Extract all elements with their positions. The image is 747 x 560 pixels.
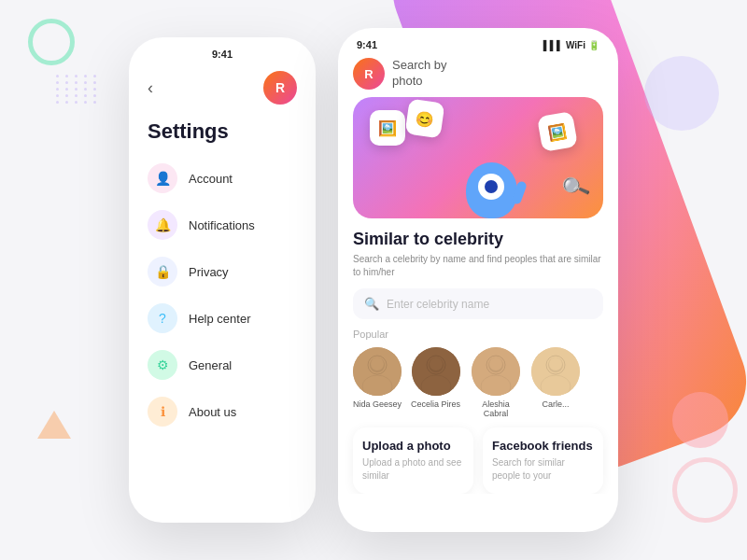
back-button[interactable]: ‹ — [148, 78, 153, 98]
popular-person[interactable]: Cecelia Pires — [411, 347, 460, 418]
popular-person[interactable]: Aleshia Cabral — [470, 347, 522, 418]
settings-item-privacy[interactable]: 🔒 Privacy — [140, 248, 304, 295]
svg-point-4 — [371, 357, 384, 371]
bottom-card-title-0: Upload a photo — [362, 439, 464, 453]
settings-icon-account: 👤 — [148, 163, 177, 193]
hero-area: 🖼️ 😊 🖼️ 🔍 — [353, 97, 603, 218]
bottom-card-text-0: Upload a photo and see similar — [362, 456, 464, 483]
settings-item-about[interactable]: ℹ About us — [140, 388, 304, 435]
settings-item-help[interactable]: ? Help center — [140, 295, 304, 342]
settings-icon-help: ? — [148, 303, 177, 333]
monster-pupil — [485, 180, 498, 193]
bottom-cards: Upload a photo Upload a photo and see si… — [353, 427, 603, 494]
main-avatar[interactable]: R — [353, 58, 385, 90]
svg-point-7 — [421, 375, 451, 396]
popular-avatar — [412, 347, 460, 396]
photo-card-2: 😊 — [405, 99, 445, 139]
svg-point-19 — [549, 357, 562, 371]
settings-label-privacy: Privacy — [189, 265, 229, 279]
svg-point-9 — [430, 357, 443, 371]
settings-label-notifications: Notifications — [189, 218, 255, 232]
content-area: Similar to celebrity Search a celebrity … — [338, 218, 618, 494]
popular-person[interactable]: Carle... — [531, 347, 580, 418]
wifi-icon: WiFi — [566, 40, 585, 50]
search-by-photo-label: Search byphoto — [392, 58, 447, 90]
settings-label-account: Account — [189, 172, 233, 186]
settings-avatar[interactable]: R — [263, 71, 297, 105]
settings-label-general: General — [189, 358, 232, 372]
popular-avatar — [472, 347, 520, 396]
popular-avatar — [353, 347, 402, 396]
similar-title: Similar to celebrity — [353, 230, 603, 249]
settings-label-help: Help center — [189, 312, 250, 326]
svg-point-17 — [541, 375, 571, 396]
svg-point-2 — [362, 375, 392, 396]
search-bar[interactable]: 🔍 Enter celebrity name — [353, 288, 603, 319]
main-phone: 9:41 ▌▌▌ WiFi 🔋 R Search byphoto 🖼️ 😊 🖼️ — [338, 28, 618, 532]
settings-header: ‹ R — [129, 63, 316, 108]
bottom-card-title-1: Facebook friends — [492, 439, 594, 453]
search-icon: 🔍 — [364, 297, 379, 311]
settings-icon-notifications: 🔔 — [148, 210, 177, 240]
settings-phone: 9:41 ‹ R Settings 👤 Account 🔔 Notificati… — [129, 37, 316, 523]
settings-item-general[interactable]: ⚙ General — [140, 342, 304, 388]
hero-monster — [458, 144, 524, 218]
monster-body — [466, 162, 517, 218]
settings-icon-about: ℹ — [148, 397, 177, 427]
monster-eye — [478, 174, 504, 200]
screen-container: 9:41 ‹ R Settings 👤 Account 🔔 Notificati… — [0, 0, 747, 560]
settings-item-notifications[interactable]: 🔔 Notifications — [140, 202, 304, 248]
popular-avatar — [531, 347, 580, 396]
popular-person[interactable]: Nida Geesey — [353, 347, 402, 418]
top-bar: R Search byphoto — [338, 54, 618, 97]
settings-status-bar: 9:41 — [129, 37, 316, 63]
signal-icon: ▌▌▌ — [543, 40, 563, 50]
settings-list: 👤 Account 🔔 Notifications 🔒 Privacy ? He… — [129, 151, 316, 439]
popular-label: Popular — [353, 329, 603, 340]
search-placeholder: Enter celebrity name — [387, 298, 489, 311]
settings-icon-general: ⚙ — [148, 350, 177, 380]
popular-name: Carle... — [543, 399, 570, 409]
bottom-card-0[interactable]: Upload a photo Upload a photo and see si… — [353, 427, 473, 494]
main-time: 9:41 — [357, 39, 377, 50]
svg-point-12 — [481, 375, 511, 396]
popular-name: Aleshia Cabral — [470, 399, 522, 418]
svg-point-14 — [489, 357, 502, 371]
magnifier-icon: 🔍 — [559, 172, 591, 203]
popular-name: Nida Geesey — [353, 399, 402, 409]
settings-item-account[interactable]: 👤 Account — [140, 155, 304, 202]
status-icons: ▌▌▌ WiFi 🔋 — [543, 40, 599, 50]
bottom-card-text-1: Search for similar people to your — [492, 456, 594, 483]
popular-name: Cecelia Pires — [411, 399, 460, 409]
popular-list: Nida Geesey Cecelia Pires Aleshia Cabral — [353, 347, 603, 418]
photo-card-1: 🖼️ — [370, 110, 405, 146]
bottom-card-1[interactable]: Facebook friends Search for similar peop… — [483, 427, 603, 494]
settings-time: 9:41 — [212, 49, 233, 60]
similar-subtitle: Search a celebrity by name and find peop… — [353, 253, 603, 279]
photo-card-3: 🖼️ — [537, 111, 578, 152]
battery-icon: 🔋 — [588, 40, 599, 50]
settings-label-about: About us — [189, 405, 236, 419]
settings-title: Settings — [129, 108, 316, 151]
settings-icon-privacy: 🔒 — [148, 257, 177, 287]
main-status-bar: 9:41 ▌▌▌ WiFi 🔋 — [338, 28, 618, 54]
